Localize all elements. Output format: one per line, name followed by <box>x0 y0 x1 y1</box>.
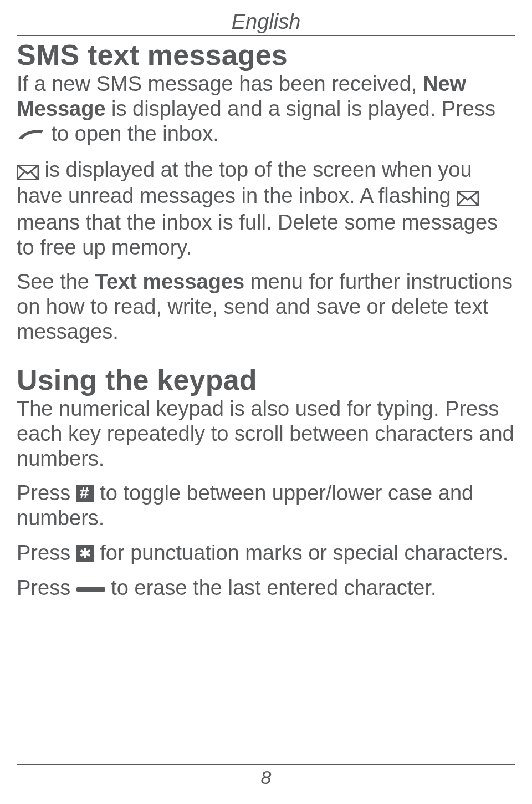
text: Press <box>17 481 76 505</box>
sms-paragraph-3: See the Text messages menu for further i… <box>17 269 515 344</box>
header-rule <box>17 35 515 36</box>
keypad-paragraph-4: Press to erase the last entered characte… <box>17 576 515 601</box>
keypad-paragraph-2: Press to toggle between upper/lower case… <box>17 481 515 531</box>
text: If a new SMS message has been received, <box>17 72 423 95</box>
footer-rule <box>17 764 515 765</box>
keypad-paragraph-3: Press for punctuation marks or special c… <box>17 541 515 566</box>
call-icon <box>17 123 45 147</box>
envelope-icon <box>17 159 39 184</box>
page-footer: 8 <box>17 764 515 788</box>
sms-paragraph-1: If a new SMS message has been received, … <box>17 72 515 147</box>
clear-key-icon <box>76 587 105 592</box>
text: is displayed and a signal is played. Pre… <box>106 97 495 120</box>
text: Press <box>17 576 76 599</box>
sms-paragraph-2: is displayed at the top of the screen wh… <box>17 157 515 259</box>
keypad-paragraph-1: The numerical keypad is also used for ty… <box>17 396 515 471</box>
envelope-icon <box>457 185 479 210</box>
text: for punctuation marks or special charact… <box>94 541 509 564</box>
text: to erase the last entered character. <box>105 576 437 599</box>
text: is displayed at the top of the screen wh… <box>17 158 472 207</box>
text-messages-bold: Text messages <box>95 270 245 293</box>
hash-key-icon <box>76 485 94 502</box>
text: Press <box>17 541 76 564</box>
text: to open the inbox. <box>45 122 219 145</box>
page-number: 8 <box>17 767 515 788</box>
section-title-sms: SMS text messages <box>17 38 515 72</box>
text: means that the inbox is full. Delete som… <box>17 211 498 259</box>
header-language: English <box>17 10 515 34</box>
star-key-icon <box>76 545 94 562</box>
text: See the <box>17 270 95 293</box>
section-title-keypad: Using the keypad <box>17 363 515 396</box>
